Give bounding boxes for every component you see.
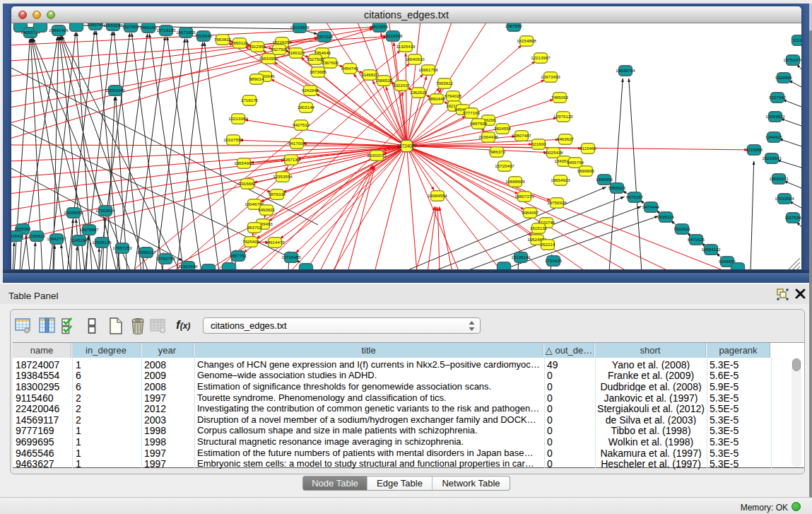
svg-text:16961758: 16961758 — [418, 67, 438, 72]
svg-text:1535061: 1535061 — [14, 226, 32, 231]
svg-text:8660124: 8660124 — [231, 40, 249, 45]
svg-text:15720407: 15720407 — [495, 163, 514, 168]
svg-text:10107553: 10107553 — [223, 137, 243, 142]
svg-text:9427512: 9427512 — [293, 122, 310, 127]
svg-text:9657791: 9657791 — [230, 253, 247, 258]
svg-text:12213363: 12213363 — [228, 116, 248, 121]
svg-text:18807279: 18807279 — [514, 194, 534, 199]
svg-text:3824554: 3824554 — [494, 126, 512, 131]
svg-text:16154808: 16154808 — [517, 38, 536, 43]
svg-text:9474444: 9474444 — [642, 204, 660, 209]
svg-text:15692971: 15692971 — [769, 176, 789, 181]
svg-text:12505135: 12505135 — [92, 240, 112, 245]
svg-text:12353594: 12353594 — [273, 174, 293, 179]
svg-text:15136141: 15136141 — [511, 255, 531, 259]
svg-text:17957253: 17957253 — [112, 245, 132, 250]
svg-text:2087682: 2087682 — [505, 23, 523, 28]
svg-text:19218506: 19218506 — [383, 33, 403, 38]
svg-text:1916682: 1916682 — [239, 181, 257, 186]
svg-text:20691406: 20691406 — [49, 28, 69, 33]
svg-text:1362615: 1362615 — [410, 90, 428, 95]
svg-text:1493822: 1493822 — [258, 207, 276, 212]
svg-text:3873685: 3873685 — [310, 69, 327, 74]
svg-text:1244415: 1244415 — [765, 134, 783, 139]
svg-text:19654923: 19654923 — [551, 177, 570, 182]
svg-text:1145194: 1145194 — [71, 238, 88, 243]
svg-text:16671955: 16671955 — [176, 30, 196, 35]
svg-text:11127: 11127 — [793, 37, 801, 42]
svg-text:10025438: 10025438 — [543, 150, 563, 155]
svg-text:6794028: 6794028 — [445, 93, 462, 98]
svg-text:18724007: 18724007 — [396, 144, 417, 148]
svg-text:621600: 621600 — [531, 141, 546, 146]
svg-text:7663822: 7663822 — [214, 37, 232, 42]
svg-text:12213967: 12213967 — [531, 55, 551, 60]
svg-text:9329996: 9329996 — [775, 75, 793, 80]
svg-text:7955812: 7955812 — [436, 81, 454, 86]
svg-text:2718176: 2718176 — [241, 98, 259, 103]
svg-text:20206556: 20206556 — [64, 210, 83, 215]
svg-text:16648794: 16648794 — [616, 68, 635, 73]
svg-text:20053346: 20053346 — [105, 88, 125, 93]
svg-text:1615132: 1615132 — [530, 226, 548, 230]
svg-text:3267130: 3267130 — [283, 157, 300, 162]
svg-text:17353924: 17353924 — [95, 208, 115, 213]
svg-text:7357224: 7357224 — [316, 34, 334, 39]
svg-text:15302073: 15302073 — [367, 153, 387, 158]
svg-text:6897508: 6897508 — [470, 121, 488, 126]
svg-text:10654112: 10654112 — [701, 247, 721, 252]
svg-text:16033809: 16033809 — [290, 25, 310, 30]
svg-text:2156819: 2156819 — [28, 233, 46, 238]
svg-text:10973493: 10973493 — [541, 74, 560, 79]
svg-text:8466160: 8466160 — [140, 25, 158, 30]
svg-text:9084067: 9084067 — [522, 210, 539, 215]
svg-text:6679197: 6679197 — [626, 194, 644, 199]
svg-text:1167534: 1167534 — [784, 215, 801, 220]
svg-text:10782759: 10782759 — [155, 256, 175, 261]
svg-text:1093741: 1093741 — [87, 23, 105, 27]
svg-text:10975887: 10975887 — [79, 227, 99, 232]
svg-text:16210643: 16210643 — [762, 156, 782, 160]
svg-text:7485063: 7485063 — [551, 95, 569, 100]
svg-text:9242848: 9242848 — [302, 88, 319, 93]
svg-text:9146821: 9146821 — [361, 72, 379, 77]
svg-text:8813054: 8813054 — [371, 24, 389, 29]
svg-text:10653287: 10653287 — [103, 23, 123, 28]
svg-text:10719155: 10719155 — [156, 28, 176, 33]
svg-text:3215958: 3215958 — [746, 147, 763, 152]
svg-text:16640910: 16640910 — [405, 57, 425, 62]
svg-text:2803144: 2803144 — [298, 105, 315, 110]
svg-text:15751074: 15751074 — [783, 57, 801, 62]
svg-text:10958117: 10958117 — [136, 250, 156, 255]
svg-text:989014: 989014 — [249, 76, 264, 81]
svg-text:9890448: 9890448 — [428, 96, 446, 101]
svg-text:963702: 963702 — [247, 225, 262, 230]
svg-text:5878334: 5878334 — [269, 192, 286, 197]
svg-text:20364436: 20364436 — [478, 134, 498, 139]
svg-text:13942737: 13942737 — [47, 236, 66, 241]
svg-text:11325419: 11325419 — [396, 44, 416, 49]
svg-text:252214: 252214 — [541, 242, 555, 247]
svg-text:12093822: 12093822 — [765, 114, 785, 119]
svg-text:7625402: 7625402 — [242, 239, 260, 244]
svg-text:9527505: 9527505 — [271, 47, 288, 52]
svg-text:17010504: 17010504 — [775, 196, 794, 201]
svg-text:19654963: 19654963 — [234, 160, 254, 165]
svg-text:7632621: 7632621 — [673, 226, 691, 231]
svg-text:7515546: 7515546 — [195, 33, 213, 38]
svg-text:8322037: 8322037 — [393, 83, 411, 88]
svg-text:19756928: 19756928 — [547, 200, 567, 205]
svg-text:9227342: 9227342 — [769, 95, 787, 100]
svg-text:7986372: 7986372 — [488, 149, 506, 154]
svg-text:10807487: 10807487 — [512, 133, 531, 138]
svg-text:11923448: 11923448 — [178, 264, 198, 269]
svg-text:9495794: 9495794 — [567, 160, 584, 165]
svg-text:1527602: 1527602 — [122, 24, 140, 29]
svg-text:8471626: 8471626 — [688, 237, 705, 242]
svg-text:9115460: 9115460 — [579, 146, 596, 151]
svg-text:9417004: 9417004 — [288, 141, 306, 146]
svg-text:15716485: 15716485 — [281, 255, 301, 259]
svg-text:3915411: 3915411 — [11, 233, 24, 238]
svg-text:8186323: 8186323 — [288, 50, 305, 55]
svg-text:14914479: 14914479 — [265, 240, 285, 245]
